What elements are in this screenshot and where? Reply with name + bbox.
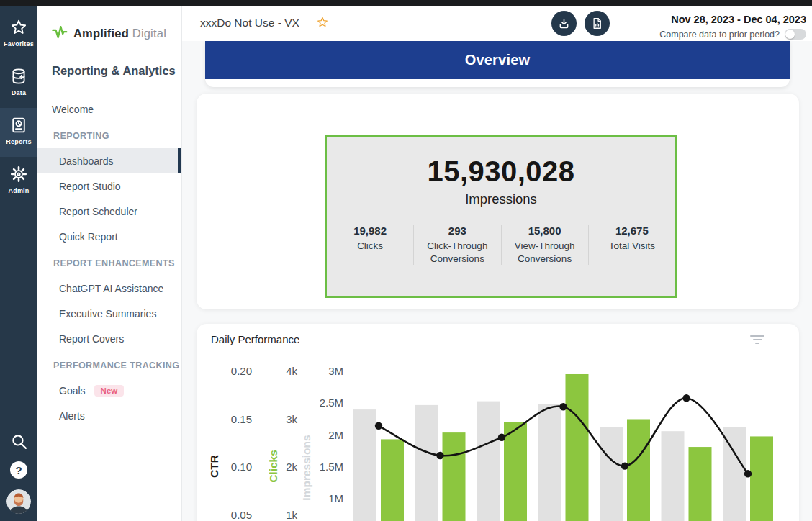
clicks-bar[interactable] xyxy=(443,432,466,521)
overview-banner: Overview xyxy=(205,41,790,79)
download-button[interactable] xyxy=(551,11,577,36)
top-strip xyxy=(0,0,812,6)
ctr-point[interactable] xyxy=(375,422,382,430)
sidebar-item-label: Report Studio xyxy=(59,181,121,192)
ctr-tick-label: 0.15 xyxy=(231,413,252,425)
sidebar-item-report-covers[interactable]: Report Covers xyxy=(37,326,181,351)
impressions-bar[interactable] xyxy=(538,404,561,521)
rail-item-favorites[interactable]: Favorites xyxy=(0,10,37,59)
impressions-bar[interactable] xyxy=(415,405,438,521)
sidebar-item-label: ChatGPT AI Assistance xyxy=(59,283,163,294)
impressions-tick-label: 1.5M xyxy=(320,461,343,473)
gear-icon xyxy=(9,165,28,184)
clicks-bar[interactable] xyxy=(504,422,527,521)
brand-name-light: Digital xyxy=(132,27,166,40)
user-avatar[interactable] xyxy=(6,489,31,514)
rail-item-reports[interactable]: Reports xyxy=(0,108,37,157)
clicks-bar[interactable] xyxy=(750,436,773,521)
kpi-metric-label: Total Visits xyxy=(595,240,669,253)
rail-item-label: Favorites xyxy=(4,40,34,47)
menu-section-header: PERFORMANCE TRACKING xyxy=(37,353,181,378)
ctr-point[interactable] xyxy=(559,403,567,410)
rail-item-label: Data xyxy=(12,89,26,96)
clicks-bar[interactable] xyxy=(566,374,589,521)
compare-toggle[interactable] xyxy=(785,29,806,40)
sidebar-item-report-studio[interactable]: Report Studio xyxy=(37,173,181,199)
kpi-primary-value: 15,930,028 xyxy=(327,155,675,188)
kpi-metric-value: 19,982 xyxy=(333,225,407,237)
sidebar-item-label: Dashboards xyxy=(59,155,114,167)
ctr-point[interactable] xyxy=(682,394,690,402)
daily-performance-chart: 0.200.150.100.054k3k2k1k3M2.5M2M1.5M1MCT… xyxy=(197,324,799,521)
rail-item-label: Admin xyxy=(9,187,30,194)
brand-logo: Amplified Digital xyxy=(51,24,166,42)
help-icon[interactable]: ? xyxy=(10,461,27,479)
search-icon[interactable] xyxy=(10,432,28,450)
rail-item-label: Reports xyxy=(6,138,31,145)
ctr-point[interactable] xyxy=(436,452,443,459)
export-report-button[interactable] xyxy=(585,11,610,36)
sidebar-menu: WelcomeREPORTINGDashboardsReport StudioR… xyxy=(37,96,181,428)
menu-section-header: REPORT ENHANCEMENTS xyxy=(37,251,181,276)
compare-row: Compare data to prior period? xyxy=(659,29,806,40)
star-icon xyxy=(9,18,28,37)
sidebar-item-chatgpt-ai-assistance[interactable]: ChatGPT AI Assistance xyxy=(37,276,181,301)
sidebar-item-label: Welcome xyxy=(52,104,94,115)
impressions-bar[interactable] xyxy=(600,427,623,521)
sidebar-item-quick-report[interactable]: Quick Report xyxy=(37,224,181,249)
kpi-primary-label: Impressions xyxy=(327,191,675,207)
sidebar-item-label: Alerts xyxy=(59,410,85,422)
impressions-bar[interactable] xyxy=(723,427,746,521)
ctr-point[interactable] xyxy=(498,434,505,441)
menu-section-header: REPORTING xyxy=(37,124,181,148)
rail-items: FavoritesDataReportsAdmin xyxy=(0,10,37,206)
impressions-bar[interactable] xyxy=(662,431,685,521)
compare-label: Compare data to prior period? xyxy=(659,30,780,40)
clicks-tick-label: 3k xyxy=(286,413,297,425)
ctr-point[interactable] xyxy=(621,462,628,469)
kpi-metric: 15,800View-Through Conversions xyxy=(501,225,588,265)
clicks-bar[interactable] xyxy=(627,420,650,521)
sidebar-item-executive-summaries[interactable]: Executive Summaries xyxy=(37,301,181,326)
kpi-metric-label: Clicks xyxy=(333,240,407,253)
clicks-bar[interactable] xyxy=(689,447,712,521)
favorite-star-icon[interactable] xyxy=(316,16,329,29)
impressions-tick-label: 1M xyxy=(328,492,343,504)
pulse-logo-icon xyxy=(51,24,68,42)
sidebar-item-label: Report Covers xyxy=(59,333,124,345)
kpi-metric: 293Click-Through Conversions xyxy=(413,225,500,265)
sidebar-item-alerts[interactable]: Alerts xyxy=(37,403,181,428)
impressions-tick-label: 2M xyxy=(328,429,343,441)
sidebar-item-goals[interactable]: GoalsNew xyxy=(37,378,181,403)
overview-banner-title: Overview xyxy=(465,52,531,68)
impressions-bar[interactable] xyxy=(353,409,376,521)
sidebar-item-label: Report Scheduler xyxy=(59,206,137,217)
report-title: xxxDo Not Use - VX xyxy=(200,17,299,30)
clicks-tick-label: 1k xyxy=(286,509,297,521)
reports-book-icon xyxy=(9,116,28,135)
ctr-axis-title: CTR xyxy=(208,455,220,478)
kpi-metric-value: 15,800 xyxy=(508,225,582,237)
ctr-tick-label: 0.05 xyxy=(231,509,252,521)
sidebar-title: Reporting & Analytics xyxy=(52,64,176,78)
sidebar-item-report-scheduler[interactable]: Report Scheduler xyxy=(37,199,181,224)
date-range-picker[interactable]: Nov 28, 2023 - Dec 04, 2023 xyxy=(671,14,806,25)
ctr-point[interactable] xyxy=(744,470,752,477)
sidebar-item-dashboards[interactable]: Dashboards xyxy=(37,148,181,173)
sidebar-item-label: Goals xyxy=(59,385,86,397)
kpi-metric: 19,982Clicks xyxy=(327,225,413,265)
sidebar-item-welcome[interactable]: Welcome xyxy=(37,96,181,122)
report-doc-icon xyxy=(590,17,604,30)
rail-item-data[interactable]: Data xyxy=(0,59,37,108)
impressions-bar[interactable] xyxy=(477,402,500,521)
kpi-metric-label: View-Through Conversions xyxy=(508,240,582,265)
clicks-bar[interactable] xyxy=(381,439,404,521)
toggle-knob xyxy=(785,30,795,39)
rail-item-admin[interactable]: Admin xyxy=(0,157,37,206)
download-icon xyxy=(557,17,571,30)
ctr-tick-label: 0.20 xyxy=(231,365,252,377)
clicks-axis-title: Clicks xyxy=(267,450,279,483)
daily-performance-card: Daily Performance 0.200.150.100.054k3k2k… xyxy=(197,324,799,521)
impressions-tick-label: 3M xyxy=(328,365,343,377)
kpi-metric-value: 12,675 xyxy=(595,225,669,237)
